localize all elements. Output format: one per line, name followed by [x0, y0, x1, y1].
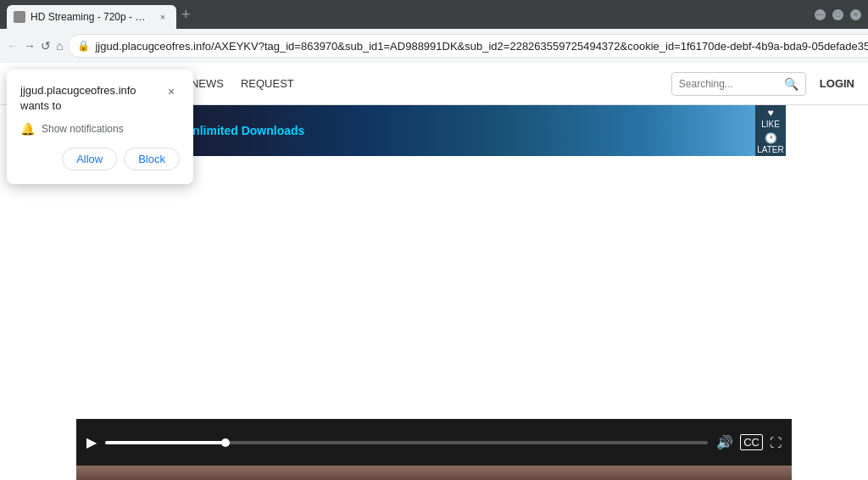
- player-controls: 🔊 CC ⛶: [716, 434, 782, 450]
- fullscreen-button[interactable]: ⛶: [770, 436, 782, 449]
- later-button[interactable]: 🕐 LATER: [755, 131, 786, 156]
- heart-icon: ♥: [767, 107, 773, 119]
- popup-buttons: Allow Block: [20, 148, 180, 170]
- browser-window: HD Streaming - 720p - Unlimit × + — □ × …: [0, 0, 868, 480]
- progress-filled: [105, 441, 225, 444]
- play-button[interactable]: ▶: [86, 434, 97, 450]
- bell-icon: 🔔: [20, 122, 35, 136]
- minimize-button[interactable]: —: [815, 9, 826, 20]
- popup-header: jjgud.placugceofres.info wants to ×: [20, 83, 180, 114]
- cc-button[interactable]: CC: [740, 434, 763, 450]
- video-player: ▶ 🔊 CC ⛶: [76, 419, 792, 466]
- search-icon[interactable]: 🔍: [784, 77, 798, 91]
- close-window-button[interactable]: ×: [850, 9, 861, 20]
- progress-bar[interactable]: [105, 441, 708, 444]
- notification-row: 🔔 Show notifications: [20, 122, 180, 136]
- tab-close-button[interactable]: ×: [156, 10, 170, 24]
- allow-button[interactable]: Allow: [62, 148, 117, 170]
- notification-popup: jjgud.placugceofres.info wants to × 🔔 Sh…: [7, 70, 193, 184]
- like-label: LIKE: [761, 120, 780, 129]
- nav-item-request[interactable]: REQUEST: [234, 74, 301, 93]
- new-tab-button[interactable]: +: [176, 6, 196, 24]
- notification-label: Show notifications: [42, 123, 124, 135]
- address-bar: ← → ↺ ⌂ 🔒 jjgud.placugceofres.info/AXEYK…: [0, 29, 868, 63]
- volume-button[interactable]: 🔊: [716, 434, 733, 450]
- side-actions: ♥ LIKE 🕐 LATER: [755, 105, 786, 156]
- url-bar[interactable]: 🔒 jjgud.placugceofres.info/AXEYKV?tag_id…: [68, 34, 868, 58]
- maximize-button[interactable]: □: [832, 9, 843, 20]
- tab-bar: HD Streaming - 720p - Unlimit × +: [7, 0, 804, 29]
- login-button[interactable]: LOGIN: [820, 77, 854, 90]
- tab-title: HD Streaming - 720p - Unlimit: [31, 11, 151, 23]
- active-tab[interactable]: HD Streaming - 720p - Unlimit ×: [7, 5, 176, 29]
- popup-title: jjgud.placugceofres.info wants to: [20, 83, 163, 114]
- title-bar: HD Streaming - 720p - Unlimit × + — □ ×: [0, 0, 868, 29]
- search-input[interactable]: [679, 78, 781, 90]
- like-button[interactable]: ♥ LIKE: [755, 105, 786, 131]
- popup-close-button[interactable]: ×: [163, 83, 180, 100]
- clock-icon: 🕐: [765, 132, 777, 144]
- video-thumbnail-bottom: [76, 466, 792, 480]
- security-icon: 🔒: [77, 40, 90, 52]
- unlimited-downloads-text: Unlimited Downloads: [184, 124, 304, 137]
- block-button[interactable]: Block: [124, 148, 180, 170]
- forward-button[interactable]: →: [24, 34, 36, 58]
- tab-favicon: [14, 11, 25, 23]
- reload-button[interactable]: ↺: [41, 34, 51, 58]
- search-box[interactable]: 🔍: [671, 72, 806, 96]
- progress-thumb: [221, 438, 230, 447]
- later-label: LATER: [757, 145, 784, 154]
- window-controls: — □ ×: [815, 9, 861, 20]
- url-text: jjgud.placugceofres.info/AXEYKV?tag_id=8…: [95, 40, 868, 53]
- back-button[interactable]: ←: [7, 34, 19, 58]
- main-content-area: [76, 156, 792, 419]
- home-button[interactable]: ⌂: [56, 34, 63, 58]
- page-content: jjgud.placugceofres.info wants to × 🔔 Sh…: [0, 63, 868, 480]
